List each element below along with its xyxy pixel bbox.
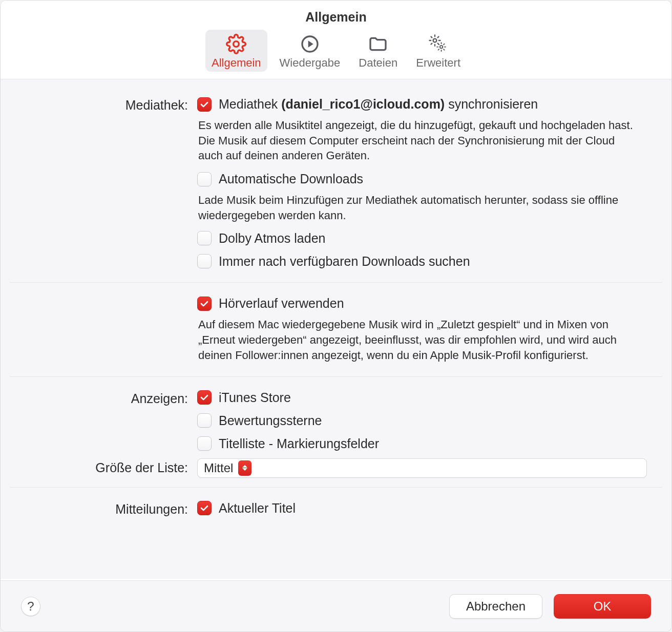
section-history-label [10,296,188,363]
svg-point-3 [433,39,436,43]
use-history-desc: Auf diesem Mac wiedergegebene Musik wird… [197,317,638,363]
use-history-label: Hörverlauf verwenden [219,296,344,311]
sync-library-desc: Es werden alle Musiktitel angezeigt, die… [197,118,638,163]
option-star-ratings: Bewertungssterne [197,413,647,428]
option-use-history: Hörverlauf verwenden Auf diesem Mac wied… [197,296,647,363]
section-history: Hörverlauf verwenden Auf diesem Mac wied… [10,282,662,376]
checkbox-songlist-checkboxes[interactable] [197,436,212,451]
tab-files-label: Dateien [359,56,397,70]
option-songlist-checkboxes: Titelliste - Markierungsfelder [197,436,647,451]
window-title: Allgemein [1,10,671,25]
auto-download-label: Automatische Downloads [219,172,363,186]
svg-marker-2 [308,40,313,47]
section-show: Anzeigen: iTunes Store Bewertungssterne [10,376,662,487]
section-notifications-label: Mitteilungen: [10,501,188,517]
gears-icon [427,33,450,55]
cancel-button[interactable]: Abbrechen [449,594,542,619]
option-current-title: Aktueller Titel [197,501,647,516]
svg-point-4 [439,46,442,48]
itunes-store-label: iTunes Store [219,390,291,405]
toolbar: Allgemein Wiedergabe Dateien [1,30,671,79]
section-library: Mediathek: Mediathek (daniel_rico1@iclou… [10,97,662,282]
body: Mediathek: Mediathek (daniel_rico1@iclou… [1,79,671,579]
gear-icon [225,33,247,55]
footer: ? Abbrechen OK [1,580,671,631]
chevron-up-down-icon [238,460,251,476]
dolby-atmos-label: Dolby Atmos laden [219,231,325,246]
option-always-check-downloads: Immer nach verfügbaren Downloads suchen [197,254,647,269]
svg-point-0 [234,41,239,47]
section-show-label: Anzeigen: [10,390,188,451]
option-auto-download: Automatische Downloads Lade Musik beim H… [197,172,647,223]
checkbox-use-history[interactable] [197,297,212,311]
select-list-size-value: Mittel [204,461,233,475]
checkbox-always-check[interactable] [197,254,212,268]
tab-advanced[interactable]: Erweitert [410,30,467,72]
section-notifications: Mitteilungen: Aktueller Titel [10,487,662,530]
star-ratings-label: Bewertungssterne [219,413,322,428]
folder-icon [367,33,389,55]
sync-library-label: Mediathek (daniel_rico1@icloud.com) sync… [219,97,538,112]
auto-download-desc: Lade Musik beim Hinzufügen zur Mediathek… [197,193,638,223]
option-itunes-store: iTunes Store [197,390,647,405]
play-circle-icon [299,33,321,55]
ok-button[interactable]: OK [554,594,651,619]
tab-playback-label: Wiedergabe [280,56,341,70]
section-library-label: Mediathek: [10,97,188,269]
checkbox-sync-library[interactable] [197,97,212,112]
help-button[interactable]: ? [21,597,40,616]
checkbox-dolby-atmos[interactable] [197,231,212,245]
songlist-checkboxes-label: Titelliste - Markierungsfelder [219,436,379,451]
checkbox-current-title[interactable] [197,501,212,515]
tab-advanced-label: Erweitert [416,56,460,70]
checkbox-auto-download[interactable] [197,172,212,186]
always-check-label: Immer nach verfügbaren Downloads suchen [219,254,470,269]
preferences-window: Allgemein Allgemein Wiedergabe Dateien [0,0,672,632]
tab-playback[interactable]: Wiedergabe [274,30,347,72]
tab-general[interactable]: Allgemein [205,30,267,72]
checkbox-itunes-store[interactable] [197,390,212,405]
header: Allgemein Allgemein Wiedergabe Dateien [1,1,671,79]
select-list-size[interactable]: Mittel [197,458,647,478]
help-icon: ? [27,599,34,614]
option-sync-library: Mediathek (daniel_rico1@icloud.com) sync… [197,97,647,163]
tab-general-label: Allgemein [212,56,261,70]
checkbox-star-ratings[interactable] [197,413,212,428]
section-list-size-label: Größe der Liste: [10,451,188,478]
current-title-label: Aktueller Titel [219,501,296,516]
tab-files[interactable]: Dateien [352,30,404,72]
option-dolby-atmos: Dolby Atmos laden [197,231,647,246]
